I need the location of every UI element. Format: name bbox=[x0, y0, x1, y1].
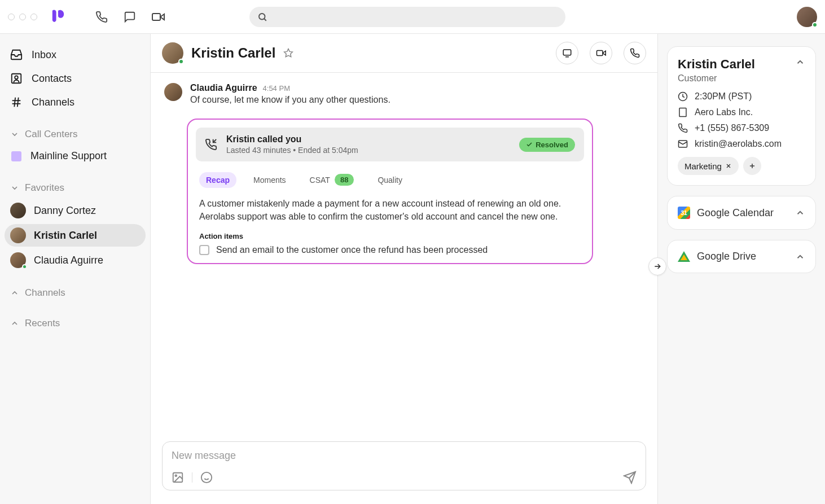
traffic-light-maximize[interactable] bbox=[30, 14, 37, 20]
emoji-icon[interactable] bbox=[200, 471, 213, 484]
resolved-badge: Resolved bbox=[519, 138, 575, 152]
svg-marker-14 bbox=[603, 51, 605, 55]
avatar bbox=[10, 227, 26, 243]
screen-share-button[interactable] bbox=[556, 42, 578, 64]
google-calendar-label: Google Calendar bbox=[697, 207, 774, 219]
section-channels-label: Channels bbox=[25, 287, 65, 299]
section-channels[interactable]: Channels bbox=[5, 282, 146, 302]
tag-marketing[interactable]: Marketing bbox=[678, 157, 739, 175]
nav-inbox-label: Inbox bbox=[32, 49, 56, 61]
phone-icon bbox=[678, 123, 688, 133]
nav-channels[interactable]: Channels bbox=[5, 91, 146, 113]
call-subtitle: Lasted 43 minutes • Ended at 5:04pm bbox=[226, 146, 510, 155]
google-drive-icon bbox=[678, 251, 690, 262]
add-tag-button[interactable] bbox=[743, 157, 761, 175]
conversation-pane: Kristin Carlel Claudia Aguirre 4:54 PM bbox=[150, 34, 658, 504]
action-item-checkbox[interactable] bbox=[199, 245, 209, 255]
sidebar-item-mainline-support[interactable]: Mainline Support bbox=[5, 146, 146, 166]
current-user-avatar[interactable] bbox=[797, 7, 817, 27]
channel-color-icon bbox=[11, 151, 21, 161]
close-icon[interactable] bbox=[725, 163, 732, 169]
favorite-claudia-aguirre[interactable]: Claudia Aguirre bbox=[5, 249, 146, 271]
section-favorites-label: Favorites bbox=[25, 182, 64, 194]
google-drive-panel[interactable]: Google Drive bbox=[667, 240, 816, 273]
svg-rect-0 bbox=[152, 14, 160, 20]
contacts-icon bbox=[10, 72, 23, 85]
google-calendar-panel[interactable]: 31 Google Calendar bbox=[667, 196, 816, 230]
favorite-label: Danny Cortez bbox=[34, 205, 96, 217]
section-call-centers[interactable]: Call Centers bbox=[5, 123, 146, 143]
details-pane: Kristin Carlel Customer 2:30PM (PST) Aer… bbox=[658, 34, 825, 504]
svg-marker-10 bbox=[284, 49, 293, 57]
contact-company: Aero Labs Inc. bbox=[695, 107, 753, 117]
composer-input[interactable] bbox=[172, 450, 637, 462]
conversation-title: Kristin Carlel bbox=[191, 45, 275, 61]
search-bar[interactable] bbox=[249, 7, 565, 27]
chevron-up-icon bbox=[10, 319, 19, 328]
video-call-button[interactable] bbox=[590, 42, 612, 64]
image-icon[interactable] bbox=[172, 471, 184, 484]
tab-quality[interactable]: Quality bbox=[371, 172, 409, 188]
video-icon[interactable] bbox=[151, 10, 165, 24]
star-icon[interactable] bbox=[283, 48, 293, 58]
traffic-light-close[interactable] bbox=[8, 14, 15, 20]
plus-icon bbox=[748, 162, 756, 170]
favorite-danny-cortez[interactable]: Danny Cortez bbox=[5, 199, 146, 222]
avatar bbox=[10, 203, 26, 218]
tab-recap[interactable]: Recap bbox=[199, 172, 236, 188]
svg-rect-13 bbox=[597, 51, 603, 56]
chevron-up-icon[interactable] bbox=[795, 208, 805, 218]
recap-text: A customer mistakenly made a payment for… bbox=[196, 197, 584, 223]
hash-icon bbox=[10, 96, 23, 108]
contact-company-row: Aero Labs Inc. bbox=[678, 107, 805, 117]
incoming-call-icon bbox=[205, 138, 217, 151]
csat-label: CSAT bbox=[310, 176, 330, 185]
contact-phone: +1 (555) 867-5309 bbox=[695, 123, 769, 133]
section-call-centers-label: Call Centers bbox=[25, 129, 78, 140]
contact-panel: Kristin Carlel Customer 2:30PM (PST) Aer… bbox=[667, 46, 816, 186]
nav-inbox[interactable]: Inbox bbox=[5, 44, 146, 65]
message-avatar bbox=[164, 83, 182, 101]
svg-marker-1 bbox=[160, 14, 164, 20]
contact-time-row: 2:30PM (PST) bbox=[678, 91, 805, 102]
chevron-up-icon[interactable] bbox=[795, 57, 805, 67]
chevron-up-icon[interactable] bbox=[795, 252, 805, 262]
send-icon[interactable] bbox=[623, 471, 637, 484]
composer[interactable] bbox=[162, 441, 646, 490]
csat-value: 88 bbox=[335, 174, 354, 186]
phone-icon[interactable] bbox=[95, 10, 108, 24]
tab-moments[interactable]: Moments bbox=[247, 172, 293, 188]
window-controls[interactable] bbox=[8, 14, 37, 20]
tag-label: Marketing bbox=[684, 161, 722, 171]
search-input[interactable] bbox=[273, 12, 558, 21]
app-logo bbox=[49, 9, 68, 25]
chevron-down-icon bbox=[10, 183, 19, 192]
collapse-details-button[interactable] bbox=[648, 257, 666, 275]
tab-csat[interactable]: CSAT 88 bbox=[303, 170, 361, 189]
contact-email-row: kristin@aerolabs.com bbox=[678, 139, 805, 149]
favorite-label: Kristin Carlel bbox=[34, 230, 97, 242]
toolbar-divider bbox=[192, 472, 192, 483]
nav-contacts-label: Contacts bbox=[32, 73, 72, 85]
message-text: Of course, let me know if you any other … bbox=[190, 95, 644, 105]
nav-channels-label: Channels bbox=[32, 97, 74, 108]
section-recents-label: Recents bbox=[25, 318, 60, 329]
svg-point-18 bbox=[175, 475, 177, 476]
sidebar-item-mainline-label: Mainline Support bbox=[30, 150, 107, 162]
arrow-right-icon bbox=[653, 262, 662, 271]
favorite-kristin-carlel[interactable]: Kristin Carlel bbox=[5, 224, 146, 247]
phone-call-button[interactable] bbox=[624, 42, 646, 64]
traffic-light-minimize[interactable] bbox=[19, 14, 26, 20]
section-recents[interactable]: Recents bbox=[5, 312, 146, 332]
contact-name: Kristin Carlel bbox=[678, 57, 755, 72]
call-summary-card: Kristin called you Lasted 43 minutes • E… bbox=[187, 119, 593, 264]
message: Claudia Aguirre 4:54 PM Of course, let m… bbox=[164, 83, 644, 105]
check-icon bbox=[526, 141, 533, 148]
nav-contacts[interactable]: Contacts bbox=[5, 68, 146, 89]
mail-icon bbox=[678, 139, 688, 149]
section-favorites[interactable]: Favorites bbox=[5, 177, 146, 197]
message-time: 4:54 PM bbox=[263, 84, 290, 93]
contact-email: kristin@aerolabs.com bbox=[695, 139, 782, 149]
message-icon[interactable] bbox=[123, 10, 137, 24]
google-drive-label: Google Drive bbox=[697, 251, 756, 262]
